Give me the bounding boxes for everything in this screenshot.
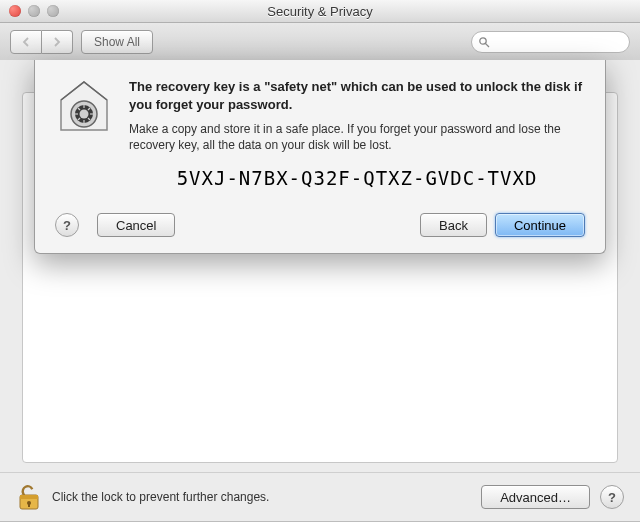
recovery-key-value: 5VXJ-N7BX-Q32F-QTXZ-GVDC-TVXD	[129, 167, 585, 189]
lock-text: Click the lock to prevent further change…	[52, 490, 269, 504]
search-field[interactable]	[471, 31, 630, 53]
forward-nav-button[interactable]	[42, 30, 73, 54]
lock-icon[interactable]	[16, 482, 42, 512]
toolbar: Show All	[0, 23, 640, 62]
show-all-label: Show All	[94, 35, 140, 49]
svg-rect-15	[20, 495, 38, 499]
chevron-left-icon	[21, 37, 31, 47]
svg-rect-17	[28, 503, 30, 507]
svg-point-0	[480, 38, 486, 44]
advanced-label: Advanced…	[500, 490, 571, 505]
show-all-button[interactable]: Show All	[81, 30, 153, 54]
back-nav-button[interactable]	[10, 30, 42, 54]
chevron-right-icon	[52, 37, 62, 47]
help-label-bottom: ?	[608, 490, 616, 505]
titlebar: Security & Privacy	[0, 0, 640, 23]
sheet-subtext: Make a copy and store it in a safe place…	[129, 121, 585, 153]
filevault-icon	[55, 78, 113, 199]
content-area: ?	[0, 60, 640, 473]
help-label: ?	[63, 218, 71, 233]
search-input[interactable]	[494, 34, 640, 50]
sheet-heading: The recovery key is a "safety net" which…	[129, 78, 585, 113]
help-button-bottom[interactable]: ?	[600, 485, 624, 509]
help-button[interactable]: ?	[55, 213, 79, 237]
svg-line-1	[486, 44, 489, 47]
back-button[interactable]: Back	[420, 213, 487, 237]
cancel-label: Cancel	[116, 218, 156, 233]
search-icon	[478, 36, 490, 48]
nav-segment	[10, 30, 73, 54]
svg-point-5	[80, 110, 89, 119]
continue-button[interactable]: Continue	[495, 213, 585, 237]
bottom-bar: Click the lock to prevent further change…	[0, 472, 640, 521]
continue-label: Continue	[514, 218, 566, 233]
back-label: Back	[439, 218, 468, 233]
recovery-key-sheet: The recovery key is a "safety net" which…	[34, 60, 606, 254]
preferences-window: Security & Privacy Show All	[0, 0, 640, 522]
cancel-button[interactable]: Cancel	[97, 213, 175, 237]
advanced-button[interactable]: Advanced…	[481, 485, 590, 509]
window-title: Security & Privacy	[0, 4, 640, 19]
